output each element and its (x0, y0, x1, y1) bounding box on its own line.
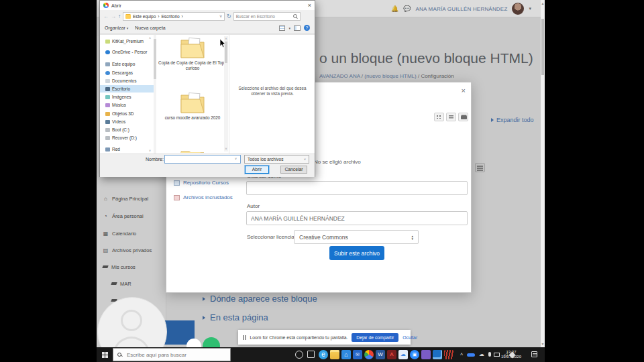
license-label: Seleccionar licencia (247, 234, 294, 240)
close-icon[interactable]: × (462, 86, 466, 95)
hidden-icons-chevron[interactable]: ˄ (458, 347, 466, 362)
action-center-icon[interactable] (531, 351, 537, 357)
nav-desktop[interactable]: Escritorio (100, 85, 154, 93)
chevron-down-icon[interactable]: ˅ (219, 14, 222, 19)
nav-videos[interactable]: Vídeos (100, 118, 154, 125)
organize-menu[interactable]: Organizar ▾ (105, 25, 128, 30)
folder-item[interactable]: Copia de Copia de Copia de El Topo curio… (157, 36, 228, 71)
author-label: Autor (247, 203, 260, 209)
scroll-up-icon[interactable]: ˄ (149, 36, 151, 40)
chrome-icon[interactable] (364, 350, 374, 359)
file-explorer-icon[interactable] (330, 350, 339, 359)
cancel-button[interactable]: Cancelar (280, 166, 307, 174)
scroll-up-icon[interactable]: ▲ (541, 1, 545, 5)
view-toggle-buttons (434, 113, 468, 121)
address-box[interactable]: Este equipo › Escritorio › ˅ (123, 12, 225, 21)
save-as-input[interactable] (246, 181, 468, 195)
forward-icon[interactable]: → (111, 13, 116, 19)
nav-label: Este equipo (112, 62, 135, 66)
loom-sharing-bar: Loom for Chrome está compartiendo tu pan… (238, 330, 411, 345)
browser-scrollbar[interactable]: ▲ ▼ (541, 0, 545, 347)
up-icon[interactable]: ↑ (118, 13, 121, 19)
photos-icon[interactable] (433, 350, 442, 359)
nav-downloads[interactable]: Descargas (100, 69, 154, 76)
open-button[interactable]: Abrir (245, 166, 269, 174)
task-view-icon[interactable] (307, 351, 315, 358)
file-type-select[interactable]: Todos los archivos ˅ (244, 155, 309, 164)
nav-this-pc[interactable]: Este equipo (100, 60, 154, 68)
folder-item[interactable]: curso moodle avanzado 2020 (157, 91, 228, 121)
license-select[interactable]: Creative Commons ▴▾ (294, 230, 419, 244)
upload-file-button[interactable]: Subir este archivo (329, 246, 384, 260)
nav-recover-d[interactable]: Recover (D:) (100, 134, 154, 141)
open-file-dialog: Abrir × ← → ↑ Este equipo › Escritorio ›… (99, 0, 315, 177)
scroll-down-icon[interactable]: ▼ (541, 342, 545, 346)
nav-label: OneDrive - Persor (112, 50, 147, 54)
chevron-down-icon[interactable]: ▾ (288, 26, 290, 30)
help-icon[interactable]: ? (304, 25, 310, 31)
chrome-icon (103, 3, 109, 8)
microphone-tray-icon[interactable] (488, 352, 491, 357)
nav-boot-c[interactable]: Boot (C:) (100, 126, 154, 133)
striped-app-icon[interactable] (444, 350, 453, 359)
hide-bar-link[interactable]: Ocultar (402, 335, 417, 340)
nav-pane-scrollbar[interactable] (154, 35, 156, 154)
filename-input[interactable] (164, 155, 241, 164)
new-folder-button[interactable]: Nueva carpeta (135, 25, 166, 30)
taskbar-search-input[interactable] (125, 351, 213, 359)
scrollbar-thumb[interactable] (541, 19, 544, 75)
search-icon (117, 353, 122, 357)
onedrive-tray-icon[interactable]: ☁ (478, 347, 486, 362)
start-button[interactable] (97, 347, 113, 362)
list-view-icon[interactable] (446, 113, 456, 121)
video-icon (105, 120, 110, 124)
crumb-folder[interactable]: Escritorio (162, 14, 180, 19)
refresh-icon[interactable]: ↻ (227, 13, 231, 19)
dialog-title: Abrir (111, 3, 121, 8)
zoom-icon[interactable]: ▣ (410, 350, 419, 359)
crumb-device[interactable]: Este equipo (133, 14, 156, 19)
cloud-app-icon[interactable]: ☁ (398, 350, 408, 359)
dialog-search-box[interactable]: Buscar en Escritorio (233, 12, 301, 21)
folder-icon (105, 40, 110, 44)
nav-onedrive[interactable]: OneDrive - Persor (100, 48, 154, 56)
scroll-down-icon[interactable]: ˅ (224, 147, 228, 151)
nav-kitkat[interactable]: KitKat_Premium (100, 38, 154, 45)
nav-documents[interactable]: Documentos (100, 77, 154, 84)
repository-embedded-files-link[interactable]: Archivos incrustados (174, 194, 233, 200)
back-icon[interactable]: ← (103, 13, 109, 19)
tray-clock[interactable]: 13:37 19/07/2020 (498, 350, 525, 359)
cortana-icon[interactable] (295, 351, 303, 359)
folder-name: Copia de Copia de Copia de El Topo curio… (157, 60, 228, 71)
embedded-files-icon (174, 195, 180, 200)
store-icon[interactable]: ⌂ (341, 350, 351, 359)
nav-music[interactable]: Música (100, 101, 154, 109)
tree-view-icon[interactable] (458, 113, 468, 121)
file-list-scrollbar[interactable]: ˄ ˅ (224, 36, 228, 152)
author-input[interactable] (246, 211, 468, 225)
nav-label: Recover (D:) (112, 135, 137, 140)
grid-view-icon[interactable] (434, 113, 444, 121)
stop-sharing-button[interactable]: Dejar de compartir (352, 333, 398, 342)
dialog-titlebar[interactable]: Abrir × (100, 1, 315, 10)
taskbar-search[interactable] (113, 348, 231, 361)
preview-pane-icon[interactable] (294, 25, 301, 31)
loom-pill-icon[interactable] (467, 353, 475, 357)
purple-app-icon[interactable] (421, 350, 431, 359)
close-icon[interactable]: × (308, 2, 311, 9)
nav-pictures[interactable]: Imágenes (100, 93, 154, 101)
folder-icon (180, 91, 205, 114)
repository-courses-link[interactable]: Repositorio Cursos (174, 180, 229, 186)
nav-network[interactable]: Red (100, 145, 154, 153)
adobe-icon[interactable]: A (387, 350, 396, 359)
nav-3d-objects[interactable]: Objetos 3D (100, 110, 154, 117)
dialog-nav-pane: KitKat_Premium OneDrive - Persor Este eq… (100, 35, 156, 154)
mail-icon[interactable]: ✉ (353, 350, 362, 359)
windows-taskbar: e ⌂ ✉ W A ☁ ▣ ˄ ☁ ◁ 13:37 19/07/2020 (97, 347, 545, 362)
chevron-down-icon[interactable]: ˅ (235, 157, 237, 161)
scroll-down-icon[interactable]: ˅ (149, 149, 151, 153)
views-icon[interactable] (279, 25, 285, 31)
word-icon[interactable]: W (376, 350, 385, 359)
folder-icon-partial[interactable] (180, 147, 205, 153)
nav-label: Escritorio (112, 86, 130, 91)
